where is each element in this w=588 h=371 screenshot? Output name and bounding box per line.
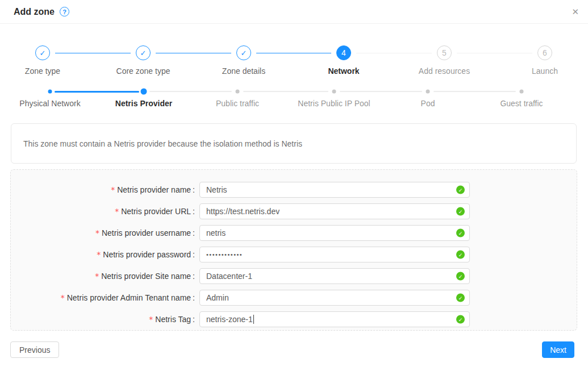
success-check-icon: ✓ [456,186,465,194]
field-label: *Netris provider username: [11,228,199,237]
check-circle-icon: ✓ [35,45,50,60]
required-mark: * [61,293,65,302]
label-colon: : [193,272,195,281]
check-glyph: ✓ [458,187,463,193]
input-value: netris-zone-1 [206,315,253,324]
input-value: netris [206,228,226,237]
substep-dot [520,90,524,94]
wizard-step-add-resources: Add resources [419,66,470,76]
netris-provider-form: *Netris provider name: Netris ✓ *Netris … [10,169,577,331]
label-colon: : [193,315,195,324]
wizard-step-network: Network [328,66,359,76]
label-colon: : [193,207,195,216]
label-colon: : [193,293,195,302]
form-row: *Netris provider Admin Tenant name: Admi… [11,290,577,306]
label-colon: : [193,250,195,259]
wizard-step-launch: Launch [532,66,558,76]
netris-provider-site-name-input[interactable]: Datacenter-1 ✓ [199,268,470,284]
help-icon[interactable]: ? [60,7,69,16]
step-connector [156,53,231,53]
label-text: Netris provider Site name [101,272,191,281]
add-zone-dialog: Add zone ? ✕ ✓ ✓ ✓ 4 5 6 Zone type Core … [0,0,588,371]
success-check-icon: ✓ [456,251,465,259]
dialog-header: Add zone ? ✕ [0,0,588,24]
input-value: Netris [206,185,227,194]
step-number-icon: 4 [336,45,351,60]
substep-pod: Pod [421,99,435,108]
page-title: Add zone [14,7,55,17]
success-check-icon: ✓ [456,229,465,237]
check-circle-icon: ✓ [136,45,151,60]
step-connector [457,53,532,53]
isolation-method-notice: This zone must contain a Netris provider… [11,123,577,164]
success-check-icon: ✓ [456,272,465,281]
field-label: *Netris provider Admin Tenant name: [11,293,199,302]
form-row: *Netris Tag: netris-zone-1 ✓ [11,311,577,327]
check-glyph: ✓ [458,209,463,214]
success-check-icon: ✓ [456,207,465,216]
substep-physical-network: Physical Network [19,99,80,108]
field-label: *Netris provider password: [11,250,199,259]
success-check-icon: ✓ [456,294,465,302]
netris-provider-username-input[interactable]: netris ✓ [199,225,470,241]
check-glyph: ✓ [458,316,463,322]
label-text: Netris provider URL [121,207,191,216]
netris-tag-input[interactable]: netris-zone-1 ✓ [199,311,470,327]
substep-connector [243,91,328,92]
substep-dot [48,90,52,94]
required-mark: * [97,250,101,259]
previous-button[interactable]: Previous [10,341,59,358]
label-colon: : [193,228,195,237]
label-text: Netris provider Admin Tenant name [67,293,191,302]
field-label: *Netris provider URL: [11,207,199,216]
substep-connector [55,91,139,93]
success-check-icon: ✓ [456,315,465,324]
field-label: *Netris provider Site name: [11,272,199,281]
step-number-icon: 5 [437,45,452,60]
label-text: Netris Tag [155,315,191,324]
wizard-step-core-zone-type: Core zone type [116,66,170,76]
form-row: *Netris provider Site name: Datacenter-1… [11,268,577,284]
check-glyph: ✓ [140,49,147,57]
check-glyph: ✓ [458,273,463,279]
step-connector [356,53,432,53]
input-value: Admin [206,293,229,302]
required-mark: * [115,207,119,216]
form-row: *Netris provider password: •••••••••••• … [11,247,577,262]
field-label: *Netris Tag: [11,315,199,324]
substep-dot [332,90,336,94]
text-cursor [253,315,255,324]
field-label: *Netris provider name: [11,185,199,194]
check-glyph: ✓ [40,49,46,57]
substep-connector [149,91,232,92]
substep-public-traffic: Public traffic [216,99,259,108]
check-glyph: ✓ [241,49,247,57]
check-circle-icon: ✓ [236,45,251,60]
label-text: Netris provider username [102,228,191,237]
netris-provider-admin-tenant-name-input[interactable]: Admin ✓ [199,290,470,306]
check-glyph: ✓ [458,230,463,236]
substep-dot [236,90,240,94]
required-mark: * [149,315,153,324]
netris-provider-name-input[interactable]: Netris ✓ [199,182,470,198]
substep-dot [141,89,147,95]
input-value: Datacenter-1 [206,272,252,281]
wizard-step-zone-details: Zone details [222,66,265,76]
substep-connector [433,91,516,92]
wizard-step-zone-type: Zone type [25,66,60,76]
close-icon[interactable]: ✕ [572,6,579,18]
step-number-icon: 6 [537,45,552,60]
next-button[interactable]: Next [542,341,574,358]
required-mark: * [95,228,99,237]
label-colon: : [193,185,195,194]
step-connector [55,53,131,53]
netris-provider-password-input[interactable]: •••••••••••• ✓ [199,247,470,262]
form-row: *Netris provider URL: https://test.netri… [11,203,577,219]
netris-provider-url-input[interactable]: https://test.netris.dev ✓ [199,203,470,219]
notice-text: This zone must contain a Netris provider… [23,139,302,148]
form-row: *Netris provider name: Netris ✓ [11,182,577,198]
substep-guest-traffic: Guest traffic [500,99,543,108]
substep-connector [340,91,422,92]
check-glyph: ✓ [458,295,463,301]
wizard-steps: ✓ ✓ ✓ 4 5 6 Zone type Core zone type Zon… [11,45,577,82]
